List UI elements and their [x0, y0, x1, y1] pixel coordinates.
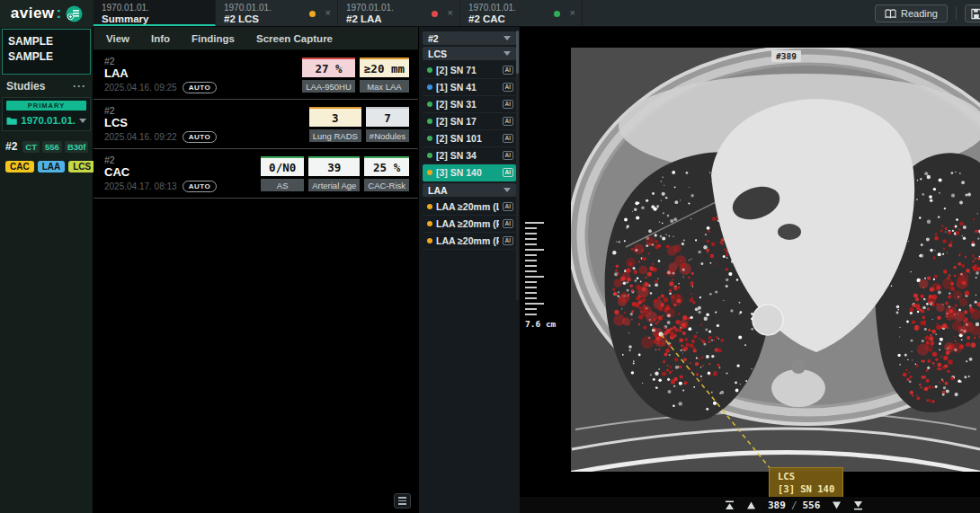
- finding-item-2-sn-71[interactable]: [2] SN 71AI: [423, 62, 516, 79]
- slice-number-chip: #389: [771, 50, 801, 62]
- scale-ruler: 7.6 cm: [525, 222, 556, 329]
- finding-item-laa-20mm-r[interactable]: LAA ≥20mm (R...AI: [423, 233, 516, 250]
- first-slice-button[interactable]: [725, 500, 735, 510]
- finding-item-3-sn-140[interactable]: [3] SN 140AI: [423, 164, 516, 181]
- thumbnail-list-button[interactable]: [394, 493, 411, 509]
- spinal-canal: [791, 359, 806, 374]
- summary-card-lcs[interactable]: #2LCS2025.04.16. 09:22AUTO3Lung RADS7#No…: [94, 100, 418, 149]
- finding-item-laa-20mm-r[interactable]: LAA ≥20mm (R...AI: [423, 216, 516, 233]
- ct-image: [568, 47, 980, 473]
- series-select[interactable]: #2: [423, 31, 516, 45]
- ruler-tick: [525, 287, 537, 288]
- reading-button[interactable]: Reading: [875, 4, 948, 22]
- menu-item-findings[interactable]: Findings: [192, 33, 235, 44]
- ruler-ticks: [525, 222, 556, 315]
- metric-cac-risk: 25 %CAC-Risk: [364, 156, 409, 191]
- ai-badge: AI: [503, 117, 514, 126]
- tab-2-lcs[interactable]: 1970.01.01.#2 LCS×: [216, 0, 338, 26]
- card-metrics: 0/N0AS39Arterial Age25 %CAC-Risk: [261, 155, 409, 198]
- finding-annotation[interactable]: LCS [3] SN 140: [769, 467, 843, 499]
- aorta: [753, 305, 783, 335]
- ruler-tick: [525, 276, 544, 278]
- ruler-tick: [525, 260, 537, 261]
- group-select-laa[interactable]: LAA: [423, 183, 516, 197]
- card-series-id: #2: [104, 155, 261, 165]
- finding-item-2-sn-34[interactable]: [2] SN 34AI: [423, 147, 516, 164]
- last-slice-button[interactable]: [853, 500, 863, 510]
- save-icon: [971, 8, 980, 20]
- tab-summary[interactable]: 1970.01.01.Summary: [94, 0, 216, 26]
- ruler-tick: [525, 314, 537, 315]
- topbar-actions: Reading: [875, 0, 980, 27]
- card-title: LAA: [104, 66, 302, 80]
- group-select-lcs[interactable]: LCS: [423, 47, 516, 60]
- finding-item-2-sn-31[interactable]: [2] SN 31AI: [423, 96, 516, 113]
- finding-item-1-sn-41[interactable]: [1] SN 41AI: [423, 79, 516, 96]
- menu-item-screen-capture[interactable]: Screen Capture: [256, 33, 333, 44]
- summary-card-cac[interactable]: #2CAC2025.04.17. 08:13AUTO0/N0AS39Arteri…: [94, 149, 418, 199]
- card-title: LCS: [104, 116, 309, 129]
- tab-bar: 1970.01.01.Summary1970.01.01.#2 LCS×1970…: [94, 0, 583, 26]
- metric-label: CAC-Risk: [364, 179, 409, 191]
- save-button[interactable]: [965, 4, 980, 22]
- chevron-down-icon: [79, 119, 86, 123]
- summary-panel: ViewInfoFindingsScreen Capture #2LAA2025…: [94, 27, 418, 513]
- tab-close-icon[interactable]: ×: [325, 6, 331, 19]
- ruler-tick: [525, 270, 537, 272]
- card-series-id: #2: [104, 105, 309, 116]
- card-datetime: 2025.04.16. 09:25: [104, 83, 177, 93]
- series-row[interactable]: #2 CT 556 B30f: [0, 131, 93, 153]
- tab-date: 1970.01.01.: [102, 3, 207, 13]
- card-title: CAC: [104, 165, 261, 179]
- finding-status-dot: [427, 238, 432, 243]
- auto-mode-badge: AUTO: [183, 131, 218, 143]
- metric-lung-rads: 3Lung RADS: [309, 107, 361, 142]
- tab-status-dot: [432, 11, 438, 17]
- current-slice: 389: [768, 500, 786, 511]
- tab-2-cac[interactable]: 1970.01.01.#2 CAC×: [460, 0, 583, 26]
- sidebar: SAMPLE SAMPLE Studies ··· PRIMARY 1970.0…: [0, 27, 94, 513]
- finding-item-2-sn-17[interactable]: [2] SN 17AI: [423, 113, 516, 130]
- finding-status-dot: [427, 67, 432, 73]
- ai-badge: AI: [503, 66, 514, 75]
- patient-name-line1: SAMPLE: [8, 34, 85, 49]
- card-metrics: 3Lung RADS7#Nodules: [309, 105, 409, 148]
- badge-cac: CAC: [5, 161, 34, 172]
- select-value: LCS: [428, 49, 503, 59]
- badge-lcs: LCS: [68, 161, 95, 172]
- finding-status-dot: [427, 136, 432, 141]
- badge-laa: LAA: [38, 161, 66, 172]
- finding-label: [2] SN 34: [436, 150, 499, 161]
- ai-badge: AI: [503, 219, 514, 228]
- tab-close-icon[interactable]: ×: [570, 6, 575, 19]
- finding-label: [2] SN 101: [436, 133, 499, 144]
- chevron-down-icon: [503, 36, 511, 40]
- annotation-subtitle: [3] SN 140: [778, 482, 834, 495]
- patient-box[interactable]: SAMPLE SAMPLE: [2, 29, 91, 75]
- tab-close-icon[interactable]: ×: [448, 6, 453, 19]
- ct-viewer: #389 7.6 cm LCS [3] SN 140 389 / 556: [520, 27, 980, 513]
- ai-badge: AI: [503, 151, 514, 160]
- summary-card-laa[interactable]: #2LAA2025.04.16. 09:25AUTO27 %LAA-950HU≥…: [94, 50, 418, 100]
- previous-slice-button[interactable]: [746, 500, 756, 510]
- menu-item-info[interactable]: Info: [151, 33, 170, 44]
- finding-item-laa-20mm-l[interactable]: LAA ≥20mm (L...AI: [423, 199, 516, 216]
- patient-name-line2: SAMPLE: [8, 49, 85, 65]
- card-series-id: #2: [104, 56, 302, 66]
- tab-2-laa[interactable]: 1970.01.01.#2 LAA×: [338, 0, 460, 26]
- ct-canvas[interactable]: [520, 27, 980, 497]
- findings-scrollbar[interactable]: [516, 31, 519, 300]
- ai-badge: AI: [503, 236, 514, 245]
- finding-status-dot: [427, 84, 432, 90]
- studies-menu-button[interactable]: ···: [73, 80, 86, 93]
- finding-status-dot: [427, 204, 432, 209]
- metric-label: Lung RADS: [309, 129, 361, 142]
- menu-bar: ViewInfoFindingsScreen Capture: [94, 27, 418, 50]
- finding-item-2-sn-101[interactable]: [2] SN 101AI: [423, 130, 516, 147]
- finding-label: [2] SN 31: [436, 99, 499, 110]
- menu-item-view[interactable]: View: [106, 33, 129, 44]
- study-row[interactable]: 1970.01.01.: [6, 115, 86, 126]
- tab-label: Summary: [102, 13, 207, 25]
- next-slice-button[interactable]: [832, 500, 842, 510]
- metric-value: 3: [309, 107, 361, 127]
